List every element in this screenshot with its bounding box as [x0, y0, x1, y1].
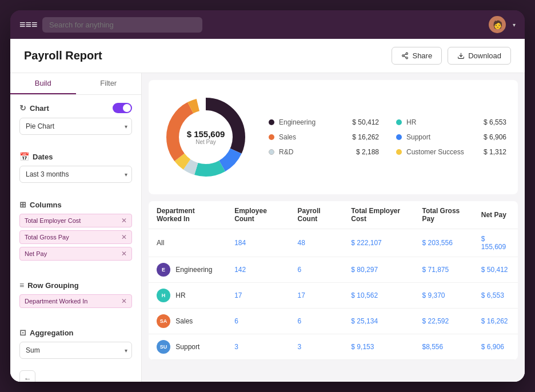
- legend-dot-rd: [269, 149, 274, 155]
- gross-pay[interactable]: $ 9,370: [414, 283, 473, 309]
- net-pay[interactable]: $ 155,609: [473, 229, 518, 257]
- content-layout: Build Filter ↻ Chart Pie Chart: [10, 73, 525, 382]
- tag-close-total-gross-pay[interactable]: ✕: [121, 233, 127, 241]
- payroll-count[interactable]: 48: [290, 229, 344, 257]
- gross-pay[interactable]: $ 203,556: [414, 229, 473, 257]
- sidebar: Build Filter ↻ Chart Pie Chart: [10, 73, 142, 382]
- chart-toggle[interactable]: [113, 103, 132, 113]
- col-net-pay: Net Pay: [473, 201, 518, 229]
- emp-count[interactable]: 142: [226, 257, 289, 283]
- legend-support: Support $ 6,906: [396, 133, 506, 141]
- search-input[interactable]: [42, 17, 202, 33]
- emp-count[interactable]: 3: [226, 334, 289, 360]
- employer-cost[interactable]: $ 9,153: [343, 334, 414, 360]
- row-grouping-label: Row Grouping: [27, 281, 79, 290]
- header-actions: Share Download: [392, 47, 511, 65]
- legend-name-engineering: Engineering: [279, 118, 348, 126]
- avatar-chevron-icon[interactable]: ▾: [513, 22, 516, 28]
- emp-count[interactable]: 6: [226, 309, 289, 334]
- net-pay[interactable]: $ 6,906: [473, 334, 518, 360]
- gross-pay[interactable]: $8,556: [414, 334, 473, 360]
- aggregation-icon: ⊡: [19, 328, 26, 337]
- table-row: H HR 17 17 $ 10,562 $ 9,370 $ 6,553: [149, 283, 518, 309]
- page-title: Payroll Report: [24, 49, 102, 62]
- svg-point-0: [406, 53, 408, 54]
- payroll-count[interactable]: 6: [290, 309, 344, 334]
- donut-amount: $ 155,609: [187, 129, 225, 139]
- share-button[interactable]: Share: [392, 47, 442, 65]
- back-button[interactable]: ←: [19, 370, 35, 382]
- table-row: SU Support 3 3 $ 9,153 $8,556 $ 6,906: [149, 334, 518, 360]
- legend-name-support: Support: [406, 133, 479, 141]
- employer-cost[interactable]: $ 25,134: [343, 309, 414, 334]
- col-gross-pay: Total Gross Pay: [414, 201, 473, 229]
- download-button[interactable]: Download: [448, 47, 511, 65]
- chart-type-select[interactable]: Pie Chart: [19, 118, 132, 135]
- avatar[interactable]: 🧑: [489, 16, 506, 33]
- net-pay[interactable]: $ 50,412: [473, 257, 518, 283]
- columns-label: Columns: [30, 201, 62, 209]
- legend-hr: HR $ 6,553: [396, 118, 506, 126]
- tab-filter[interactable]: Filter: [76, 73, 142, 94]
- emp-count[interactable]: 184: [226, 229, 289, 257]
- chart-section: ↻ Chart Pie Chart ▾: [10, 95, 141, 139]
- app-frame: ≡≡≡ 🧑 ▾ Payroll Report Share Download: [10, 10, 525, 382]
- svg-line-4: [404, 54, 406, 55]
- legend-value-support: $ 6,906: [484, 133, 506, 141]
- payroll-count[interactable]: 3: [290, 334, 344, 360]
- dept-name: SA Sales: [149, 309, 226, 334]
- tag-close-department[interactable]: ✕: [121, 297, 127, 305]
- chart-icon: ↻: [19, 103, 26, 113]
- gross-pay[interactable]: $ 22,592: [414, 309, 473, 334]
- col-emp-count: Employee Count: [226, 201, 289, 229]
- dates-select[interactable]: Last 3 months: [19, 166, 132, 183]
- tag-total-gross-pay: Total Gross Pay ✕: [19, 230, 132, 244]
- legend-name-rd: R&D: [279, 148, 352, 156]
- legend-value-rd: $ 2,188: [356, 148, 379, 156]
- table-row: E Engineering 142 6 $ 80,297 $ 71,875 $ …: [149, 257, 518, 283]
- legend-value-hr: $ 6,553: [484, 118, 506, 126]
- dept-avatar-engineering: E: [157, 263, 170, 277]
- legend-name-customer-success: Customer Success: [406, 148, 479, 156]
- tag-close-net-pay[interactable]: ✕: [121, 250, 127, 258]
- dept-avatar-sales: SA: [157, 314, 170, 328]
- gross-pay[interactable]: $ 71,875: [414, 257, 473, 283]
- dates-section: 📅 Dates Last 3 months ▾: [10, 144, 141, 187]
- chart-section-main: $ 155,609 Net Pay Engineering $ 50,412: [149, 80, 518, 194]
- legend-value-engineering: $ 50,412: [352, 118, 379, 126]
- net-pay[interactable]: $ 16,262: [473, 309, 518, 334]
- legend-dot-engineering: [269, 119, 274, 125]
- legend-value-customer-success: $ 1,312: [484, 148, 506, 156]
- legend-name-sales: Sales: [279, 133, 348, 141]
- legend-dot-customer-success: [396, 149, 402, 155]
- share-label: Share: [412, 51, 432, 60]
- aggregation-select[interactable]: Sum: [19, 342, 132, 359]
- main-area: Payroll Report Share Download Build Filt…: [10, 39, 525, 382]
- tab-build[interactable]: Build: [10, 73, 76, 94]
- table-header-row: Department Worked In Employee Count Payr…: [149, 201, 518, 229]
- sidebar-tabs: Build Filter: [10, 73, 141, 95]
- dates-label: Dates: [33, 153, 53, 161]
- employer-cost[interactable]: $ 10,562: [343, 283, 414, 309]
- emp-count[interactable]: 17: [226, 283, 289, 309]
- employer-cost[interactable]: $ 222,107: [343, 229, 414, 257]
- tag-close-total-employer-cost[interactable]: ✕: [121, 217, 127, 225]
- donut-label: Net Pay: [187, 139, 225, 145]
- row-grouping-section: ≡ Row Grouping Department Worked In ✕: [10, 273, 141, 315]
- employer-cost[interactable]: $ 80,297: [343, 257, 414, 283]
- legend-dot-support: [396, 134, 402, 140]
- col-employer-cost: Total Employer Cost: [343, 201, 414, 229]
- download-label: Download: [468, 51, 501, 60]
- svg-point-2: [406, 57, 408, 59]
- payroll-count[interactable]: 6: [290, 257, 344, 283]
- payroll-table: Department Worked In Employee Count Payr…: [149, 201, 518, 360]
- dept-name: SU Support: [149, 334, 226, 360]
- row-grouping-icon: ≡: [19, 281, 24, 290]
- columns-icon: ⊞: [19, 200, 26, 209]
- aggregation-label: Aggregation: [30, 329, 74, 337]
- payroll-count[interactable]: 17: [290, 283, 344, 309]
- page-header: Payroll Report Share Download: [10, 39, 525, 73]
- legend-name-hr: HR: [406, 118, 479, 126]
- net-pay[interactable]: $ 6,553: [473, 283, 518, 309]
- dept-name: E Engineering: [149, 257, 226, 283]
